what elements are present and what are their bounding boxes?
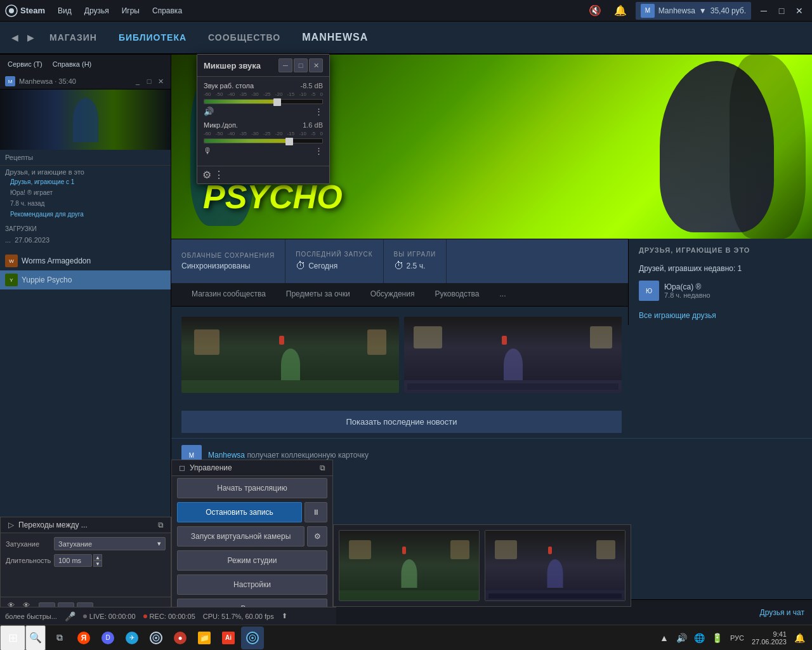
obs-desktop-controls: 🔊 ⋮	[204, 107, 323, 116]
sidebar-friends-playing-detail[interactable]: Друзья, играющие с 1	[5, 177, 166, 187]
steam-logo[interactable]: Steam	[5, 4, 45, 17]
show-news-button[interactable]: Показать последние новости	[181, 411, 622, 433]
forward-button[interactable]: ▶	[23, 30, 38, 45]
sidebar-help-menu[interactable]: Справка (Н)	[50, 59, 94, 69]
sidebar-service-menu[interactable]: Сервис (Т)	[5, 59, 45, 69]
maximize-button[interactable]: □	[774, 3, 789, 18]
obs-mic-handle[interactable]	[285, 138, 293, 145]
tray-notification-btn[interactable]: 🔔	[792, 630, 807, 646]
nav-store[interactable]: МАГАЗИН	[39, 30, 107, 45]
user-info[interactable]: M Manhewsa ▼ 35,40 руб.	[636, 2, 751, 20]
obs-mixer-close[interactable]: ✕	[309, 58, 323, 72]
start-stream-button[interactable]: Начать трансляцию	[177, 478, 327, 498]
tray-up-arrow[interactable]: ▲	[657, 630, 672, 646]
studio-mode-button[interactable]: Режим студии	[177, 550, 327, 571]
tray-network[interactable]: 🌐	[692, 630, 707, 646]
top-right-controls: 🔇 🔔 M Manhewsa ▼ 35,40 руб. ─ □ ✕	[585, 2, 807, 20]
obs-desktop-mute[interactable]: 🔊	[204, 107, 214, 116]
obs-settings-button[interactable]: Настройки	[177, 574, 327, 595]
friends-all-link[interactable]: Все играющие друзья	[629, 306, 812, 325]
pause-record-button[interactable]: ⏸	[304, 502, 327, 522]
obs-mixer-more-options[interactable]: ⋮	[214, 169, 224, 181]
obs-duration-input[interactable]	[54, 554, 92, 567]
activity-user-link[interactable]: Manhewsa	[208, 451, 245, 460]
obs-mic-fader[interactable]	[204, 138, 323, 143]
notification-bell-btn[interactable]: 🔔	[610, 2, 631, 19]
obs-duration-down[interactable]: ▼	[93, 560, 102, 567]
obs-mic-menu[interactable]: ⋮	[315, 146, 323, 156]
obs-desktop-channel-header: Звук раб. стола -8.5 dB	[204, 82, 323, 90]
game-title-line2: PSYCHO	[203, 180, 343, 213]
tab-guides[interactable]: Руководства	[424, 283, 489, 306]
menu-item-vид[interactable]: Вид	[53, 4, 77, 18]
menu-item-spravka[interactable]: Справка	[147, 4, 187, 18]
taskbar-clock[interactable]: 9:41 27.06.2023	[749, 630, 789, 646]
steam-menu-bar: Steam Вид Друзья Игры Справка 🔇 🔔 M Manh…	[0, 0, 812, 22]
taskbar-task-view[interactable]: ⧉	[48, 627, 71, 649]
obs-expand-icon[interactable]: ⬆	[282, 612, 287, 620]
menu-item-igry[interactable]: Игры	[117, 4, 145, 18]
tray-battery[interactable]: 🔋	[710, 630, 725, 646]
obs-desktop-handle[interactable]	[273, 98, 281, 106]
menu-item-druzya[interactable]: Друзья	[79, 4, 114, 18]
virtual-cam-settings[interactable]: ⚙	[307, 526, 327, 547]
avatar: M	[641, 4, 655, 18]
sidebar-game-thumbnail	[0, 90, 171, 150]
back-button[interactable]: ◀	[8, 30, 22, 45]
obs-mic-status[interactable]: 🎤	[65, 611, 75, 621]
obs-mixer-maximize[interactable]: □	[294, 58, 308, 72]
sidebar-game-worms[interactable]: W Worms Armageddon	[0, 251, 171, 270]
virtual-cam-button[interactable]: Запуск виртуальной камеры	[177, 526, 304, 547]
sidebar-download-item[interactable]: ... 27.06.2023	[0, 234, 171, 246]
taskbar-telegram-icon[interactable]: ✈	[121, 627, 143, 649]
obs-duration-up[interactable]: ▲	[93, 554, 102, 560]
obs-desktop-menu[interactable]: ⋮	[315, 107, 323, 116]
sidebar-ctrl-1[interactable]: _	[133, 76, 143, 86]
scene-thumb-1[interactable]	[339, 530, 480, 601]
tab-community-store[interactable]: Магазин сообщества	[181, 283, 276, 306]
start-button[interactable]: ⊞	[0, 625, 25, 651]
mute-icon-btn[interactable]: 🔇	[585, 2, 605, 19]
sidebar-ctrl-3[interactable]: ✕	[155, 76, 166, 86]
taskbar-explorer-icon[interactable]: 📁	[193, 627, 216, 649]
sidebar-filter-friends[interactable]: Друзья, и игающие в это	[5, 168, 166, 176]
close-button[interactable]: ✕	[792, 3, 807, 18]
tab-points-items[interactable]: Предметы за очки	[276, 283, 360, 306]
taskbar-pinned-icons: ⧉ Я D ✈ ● 📁 Ai	[48, 627, 264, 649]
minimize-button[interactable]: ─	[756, 3, 771, 18]
obs-control-detach[interactable]: ⧉	[317, 463, 327, 473]
obs-transitions-detach[interactable]: ⧉	[155, 520, 166, 530]
sidebar-recommend-link[interactable]: Рекомендация для друга	[5, 209, 166, 219]
play-time-label: ВЫ ИГРАЛИ	[394, 251, 436, 258]
taskbar-obs-icon[interactable]: ●	[169, 627, 192, 649]
screenshot-1[interactable]	[181, 317, 399, 393]
obs-fade-select[interactable]: Затухание ▾	[54, 537, 166, 550]
nav-community[interactable]: СООБЩЕСТВО	[198, 30, 291, 45]
taskbar-language[interactable]: РУС	[728, 634, 747, 642]
nav-library[interactable]: БИБЛИОТЕКА	[108, 30, 197, 45]
window-controls: ─ □ ✕	[756, 3, 807, 18]
nav-user[interactable]: MANHEWSA	[292, 29, 378, 46]
taskbar-discord-icon[interactable]: D	[96, 627, 119, 649]
tray-speaker[interactable]: 🔊	[674, 630, 690, 646]
taskbar-search-button[interactable]: 🔍	[25, 625, 46, 651]
obs-mic-mute[interactable]: 🎙	[204, 146, 212, 156]
stop-record-button[interactable]: Остановить запись	[177, 502, 302, 522]
tab-more[interactable]: ...	[490, 283, 516, 306]
sidebar-game-yuppie[interactable]: Y Yuppie Psycho	[0, 270, 171, 289]
friends-chat-btn[interactable]: Друзья и чат	[760, 608, 804, 617]
obs-mixer-gear[interactable]: ⚙	[202, 169, 211, 181]
scene-thumb-2[interactable]	[485, 530, 625, 601]
taskbar-steam-active[interactable]	[241, 627, 264, 649]
obs-mixer-minimize[interactable]: ─	[278, 58, 292, 72]
taskbar-yandex-icon[interactable]: Я	[72, 627, 95, 649]
obs-desktop-fader[interactable]	[204, 99, 323, 104]
taskbar-steam-icon[interactable]	[145, 627, 167, 649]
obs-transitions-title: Переходы между ...	[18, 521, 153, 529]
obs-live-label: LIVE: 00:00:00	[89, 613, 136, 620]
screenshot-2[interactable]	[404, 317, 622, 393]
friend-item-yura[interactable]: Ю Юра(ca) ® 7.8 ч. недавно	[629, 275, 812, 306]
taskbar-adobe-icon[interactable]: Ai	[217, 627, 240, 649]
sidebar-ctrl-2[interactable]: □	[144, 76, 154, 86]
tab-discussions[interactable]: Обсуждения	[360, 283, 425, 306]
